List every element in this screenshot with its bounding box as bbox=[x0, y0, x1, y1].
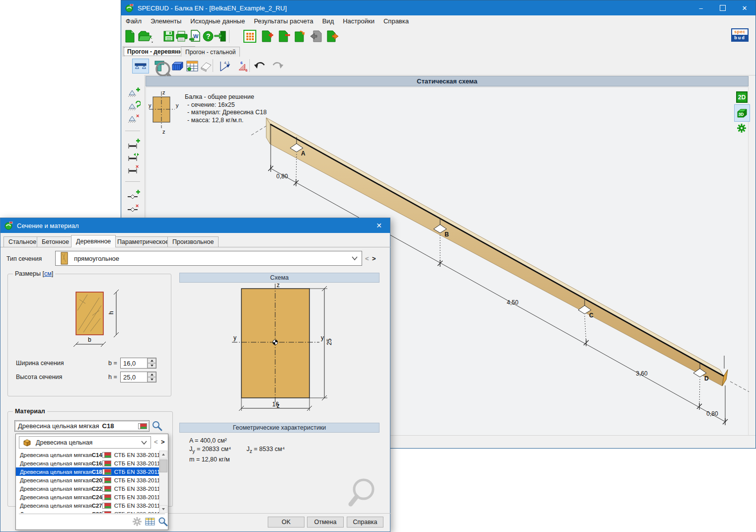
redo-button[interactable] bbox=[269, 59, 286, 74]
app-icon bbox=[125, 4, 134, 12]
geom-area: A = 400,0 см² bbox=[189, 437, 285, 445]
sizes-label-pre: Размеры [ bbox=[15, 270, 44, 277]
width-input[interactable]: 16,0 bbox=[120, 358, 156, 369]
material-prev-button[interactable]: < bbox=[154, 439, 158, 446]
zoom-watermark-icon[interactable] bbox=[348, 476, 383, 510]
material-list-item[interactable]: Древесина цельная мягкаяC16СТБ EN 338-20… bbox=[16, 459, 159, 467]
material-list-item-selected[interactable]: Древесина цельная мягкаяC18СТБ EN 338-20… bbox=[16, 467, 159, 476]
table-view-icon[interactable] bbox=[145, 517, 155, 527]
scroll-down-arrow[interactable] bbox=[159, 505, 167, 513]
tab-parametric[interactable]: Параметрическое bbox=[112, 236, 174, 247]
close-button[interactable]: ✕ bbox=[734, 0, 756, 15]
delete-element-button[interactable] bbox=[277, 29, 291, 43]
delete-hinge-button[interactable]: × bbox=[127, 202, 141, 214]
material-list-item[interactable]: Древесина цельная мягкаяC20СТБ EN 338-20… bbox=[16, 476, 159, 484]
scroll-thumb[interactable] bbox=[159, 459, 167, 472]
exit-button[interactable] bbox=[214, 29, 227, 43]
menu-view[interactable]: Вид bbox=[318, 15, 339, 27]
ok-button[interactable]: OK bbox=[268, 517, 304, 528]
view-3d-button[interactable]: 3D bbox=[734, 104, 750, 122]
units-link[interactable]: см bbox=[44, 270, 52, 277]
word-letter-icon: W bbox=[193, 33, 199, 39]
delete-support-button[interactable]: × bbox=[127, 113, 141, 125]
tab-steel[interactable]: Стальное bbox=[3, 236, 41, 247]
width-label: Ширина сечения bbox=[16, 360, 64, 367]
height-input[interactable]: 25,0 bbox=[120, 372, 156, 382]
move-segment-button[interactable] bbox=[127, 151, 141, 163]
previous-element-button[interactable] bbox=[309, 29, 323, 43]
section-type-prev-button[interactable]: < bbox=[365, 255, 369, 262]
tab-progon-stalnoy[interactable]: Прогон - стальной bbox=[181, 47, 240, 57]
menu-file[interactable]: Файл bbox=[121, 15, 146, 27]
help-button[interactable]: ? bbox=[201, 29, 215, 43]
scroll-up-arrow[interactable] bbox=[159, 451, 167, 458]
options-gear-icon[interactable] bbox=[132, 517, 142, 527]
eraser-button[interactable] bbox=[197, 59, 214, 74]
menu-results[interactable]: Результаты расчета bbox=[249, 15, 318, 27]
maximize-button[interactable] bbox=[712, 0, 734, 15]
element-grid-button[interactable] bbox=[243, 29, 257, 43]
material-field[interactable]: Древесина цельная мягкая C18 bbox=[14, 420, 150, 432]
static-scheme-button[interactable] bbox=[132, 59, 149, 74]
svg-text:×: × bbox=[136, 113, 139, 119]
section-3d-button[interactable] bbox=[169, 59, 186, 74]
section-tool-button[interactable] bbox=[151, 59, 168, 74]
dialog-titlebar[interactable]: Сечение и материал ✕ bbox=[0, 218, 390, 233]
sizes-label-post: ] bbox=[52, 270, 53, 277]
material-search-button[interactable] bbox=[151, 420, 162, 433]
cancel-button[interactable]: Отмена bbox=[307, 517, 344, 528]
view-2d-button[interactable]: 2D bbox=[736, 91, 748, 103]
footer-divider bbox=[167, 513, 391, 514]
dimension-tool-button[interactable]: 4,1 bbox=[217, 59, 233, 74]
material-list: Древесина цельная мягкаяC14СТБ EN 338-20… bbox=[16, 451, 159, 513]
save-button[interactable] bbox=[162, 29, 176, 43]
delete-segment-button[interactable]: × bbox=[127, 163, 141, 175]
material-list-item[interactable]: Древесина цельная мягкаяC30СТБ EN 338-20… bbox=[16, 510, 159, 513]
gear-icon bbox=[737, 123, 747, 133]
material-list-item[interactable]: Древесина цельная мягкаяC14СТБ EN 338-20… bbox=[16, 451, 159, 459]
copy-element-button[interactable] bbox=[293, 29, 307, 43]
minimize-button[interactable]: – bbox=[690, 0, 712, 15]
search-icon[interactable] bbox=[158, 517, 168, 527]
material-list-item[interactable]: Древесина цельная мягкаяC27СТБ EN 338-20… bbox=[16, 501, 159, 510]
add-segment-button[interactable] bbox=[127, 139, 141, 151]
scheme-dim-height: 25 bbox=[326, 338, 333, 345]
tab-concrete[interactable]: Бетонное bbox=[37, 236, 74, 247]
geom-values: A = 400,0 см² Jy = 20833 см⁴ Jz = 8533 с… bbox=[189, 437, 285, 464]
dim-b-label: b bbox=[88, 336, 91, 343]
add-element-button[interactable] bbox=[260, 29, 274, 43]
dialog-close-button[interactable]: ✕ bbox=[368, 218, 390, 233]
next-element-button[interactable] bbox=[326, 29, 340, 43]
word-export-button[interactable]: W bbox=[188, 29, 202, 43]
material-scrollbar[interactable] bbox=[159, 451, 167, 513]
print-button[interactable] bbox=[175, 29, 189, 43]
width-spinner[interactable] bbox=[147, 358, 156, 368]
material-list-item[interactable]: Древесина цельная мягкаяC22СТБ EN 338-20… bbox=[16, 484, 159, 493]
svg-text:×: × bbox=[136, 163, 139, 169]
help-button[interactable]: Справка bbox=[347, 517, 383, 528]
new-file-button[interactable] bbox=[123, 29, 137, 43]
tab-wood[interactable]: Деревянное bbox=[71, 235, 116, 247]
undo-button[interactable] bbox=[251, 59, 268, 74]
tab-arbitrary[interactable]: Произвольное bbox=[167, 236, 219, 247]
search-icon bbox=[151, 420, 162, 431]
open-file-button[interactable] bbox=[137, 29, 155, 43]
main-titlebar[interactable]: SPECBUD - Балка EN - [BelkaEN_Example_2_… bbox=[121, 0, 756, 15]
material-list-item[interactable]: Древесина цельная мягкаяC24СТБ EN 338-20… bbox=[16, 493, 159, 501]
menu-elements[interactable]: Элементы bbox=[146, 15, 186, 27]
material-next-button[interactable]: > bbox=[161, 439, 165, 446]
maximize-icon bbox=[720, 5, 726, 11]
section-type-next-button[interactable]: > bbox=[372, 255, 376, 262]
menu-input-data[interactable]: Исходные данные bbox=[186, 15, 249, 27]
specbud-logo: spec bud bbox=[731, 28, 749, 42]
add-hinge-button[interactable] bbox=[127, 189, 141, 201]
material-group-combobox[interactable]: Древесина цельная bbox=[19, 436, 151, 449]
menu-settings[interactable]: Настройки bbox=[338, 15, 379, 27]
menu-help[interactable]: Справка bbox=[379, 15, 413, 27]
view-settings-gear[interactable] bbox=[737, 123, 747, 133]
dialog-app-icon bbox=[4, 222, 13, 230]
section-type-combobox[interactable]: прямоугольное bbox=[55, 251, 362, 266]
height-spinner[interactable] bbox=[147, 372, 156, 382]
edit-support-button[interactable] bbox=[127, 101, 141, 113]
add-support-button[interactable] bbox=[127, 87, 141, 99]
